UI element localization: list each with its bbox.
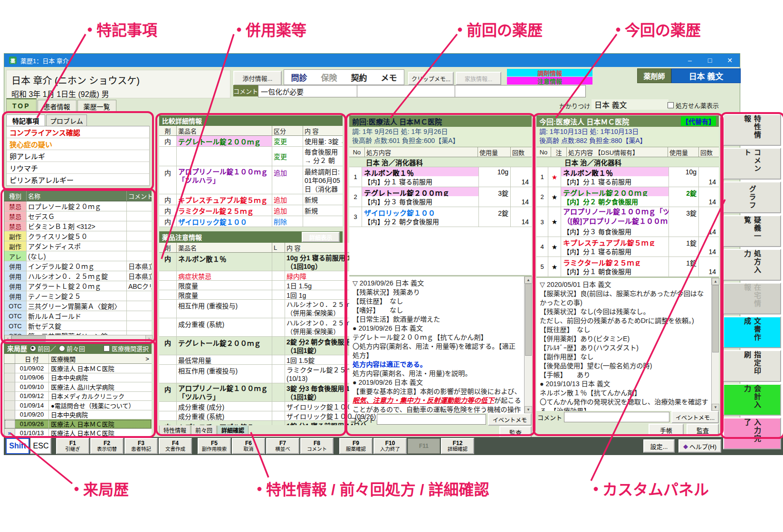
radio-prev2[interactable]: 前々回 (59, 344, 85, 353)
tab-tokusei[interactable]: 特性情報 (159, 426, 191, 435)
visit-row[interactable]: 01/09/02医療法人 日本ＭＣ医院 (4, 364, 152, 373)
sidebar-print-button[interactable]: 指定印刷 (723, 350, 781, 382)
scroll-thumb[interactable] (712, 285, 719, 352)
sidebar-graph-button[interactable]: グラフ (723, 181, 781, 213)
star-icon[interactable]: ★ (548, 187, 561, 207)
star-icon[interactable]: ★ (548, 237, 561, 256)
vertical-scrollbar[interactable]: ▲▼ (711, 278, 719, 411)
keiyaku-toggle[interactable]: 契約 (351, 71, 367, 83)
f8-key[interactable]: F8コメント (300, 438, 334, 454)
sidebar-comment-button[interactable]: コメント (723, 148, 781, 180)
visit-row[interactable]: 01/09/10医療法人 品川大学病院 (4, 382, 152, 392)
vertical-scrollbar[interactable]: ▲▼ (524, 276, 532, 413)
audit-button[interactable]: 監査 (687, 424, 719, 436)
caution-sub-row[interactable]: 最低常用量1回 1.5錠 (159, 355, 377, 365)
tab-special-notes[interactable]: 特記事項 (6, 114, 45, 126)
clip-memo-button[interactable]: クリップメモ... (408, 72, 454, 85)
sidebar-complete-button[interactable]: 入力完了 (723, 418, 781, 449)
visit-row[interactable]: 01/09/12日本メディカルクリニック (4, 392, 152, 401)
caution-sub-row[interactable]: 相互作用 (重複投与)ラミクタール錠２５ｍｇ (10/13) (159, 365, 377, 383)
scroll-left-icon[interactable]: ‹ (5, 335, 11, 342)
special-note-item[interactable]: 卵アレルギ (7, 150, 149, 162)
conco-row[interactable]: 併用アダラートＬ錠２０ｍｇABCクリニック ( (4, 281, 152, 291)
star-icon[interactable]: ★ (548, 207, 561, 237)
caution-sub-row[interactable]: 限度量1回 1g (159, 290, 377, 300)
conco-row[interactable]: 禁忌ビタミンＢ１剤 <312> (4, 221, 152, 231)
maximize-button[interactable]: □ (700, 57, 720, 64)
rx-row[interactable]: 3ザイロリック錠１００【内】分２ 朝夕食後服用2錠14 (349, 207, 532, 227)
hoken-toggle[interactable]: 保険 (321, 71, 337, 83)
caution-sub-row[interactable]: 成分重複 (成分)ザイロリック錠１００ (09/26) (159, 402, 377, 411)
scroll-thumb[interactable] (11, 335, 46, 342)
visit-row-selected[interactable]: 01/09/26医療法人 日本ＭＣ医院 (4, 419, 152, 429)
rx-row[interactable]: 2テグレトール錠２００ｍｇ【内】分３ 毎食後服用3錠14 (349, 187, 532, 207)
monshin-toggle[interactable]: 問診 (291, 71, 307, 83)
compare-row[interactable]: 変更用法: 分３ 毎食後服用 → 分２ 朝夕食後服用 (159, 147, 343, 166)
caution-sub-row[interactable]: 病症状禁忌緑内障 (159, 271, 377, 281)
scroll-up-icon[interactable]: ▲ (525, 276, 532, 284)
scroll-up-icon[interactable]: ▲ (712, 278, 719, 285)
rx-row[interactable]: 5★ラミクタール錠２５ｍｇ【内】分１ 朝食後服用1錠14 (536, 257, 719, 277)
tab-yakureki-list[interactable]: 薬歴一覧 (77, 100, 116, 112)
conco-row[interactable]: 禁忌ロプレソール錠２０ｍｇ (4, 201, 152, 211)
conco-row[interactable]: 併用ハルシオン０．２５ｍｇ錠日本県立病院 (4, 271, 152, 281)
f12-key[interactable]: F12詳細確認 (441, 438, 474, 454)
radio-prev[interactable]: 前回／ (30, 344, 56, 353)
sidebar-bunsho-button[interactable]: 文書作成 (723, 316, 781, 348)
comment-input-2[interactable] (357, 85, 458, 97)
special-note-item[interactable]: ピリン系アレルギー (7, 174, 149, 186)
sidebar-kaikei-button[interactable]: 会計入力 (723, 384, 781, 416)
tab-zenzenkai[interactable]: 前々回 (191, 426, 217, 435)
f3-key[interactable]: F3患者特記 (124, 438, 158, 454)
attach-info-button[interactable]: 添付情報... (233, 71, 282, 86)
special-note-item[interactable]: リウマチ (7, 162, 149, 174)
f10-key[interactable]: F10入力終了 (373, 438, 407, 454)
org-select-checkbox[interactable]: 医療機関選択 (104, 344, 149, 353)
visit-row[interactable]: 01/09/06日本中央病院 (4, 373, 152, 383)
caution-sub-row[interactable]: 成分重複 (系統)ハルシオン０．２５ｍｇ錠（併用薬:保険薬） (159, 318, 377, 337)
compare-row[interactable]: 内ラミクタール錠２５ｍｇ追加新規 (159, 205, 343, 216)
compare-row[interactable]: 内アロプリノール錠１００ｍｇ「ツルハラ」追加最終調剤日: 01年06月05日（消… (159, 166, 343, 194)
scroll-down-icon[interactable]: ▼ (712, 404, 719, 411)
pharmacist-name-button[interactable]: 日本 義文 (671, 68, 741, 83)
prev-comment-input[interactable] (377, 414, 486, 425)
caution-drug-row[interactable]: 内テグレトール錠２００ｍｇ2錠 分2 朝夕食後服用 14日分 （1回1錠） (159, 337, 377, 355)
caution-sub-row[interactable]: 限度量1日 1.5g (159, 281, 377, 290)
conco-row[interactable]: 副作クライスリン錠５０ (4, 231, 152, 241)
close-button[interactable]: ✕ (720, 57, 740, 64)
sidebar-gigi-button[interactable]: 疑義一覧 (723, 215, 781, 247)
f7-key[interactable]: F7横並べ (266, 438, 299, 454)
rx-row[interactable]: 1★ネルボン散１％【内】分１ 寝る前服用10g14 (536, 167, 719, 187)
visit-row[interactable]: 01/09/14●電話問合せ（残薬について） (4, 401, 152, 410)
dispense-info-bar[interactable]: 調剤情報 (507, 69, 592, 76)
conco-row[interactable]: 禁忌セデスＧ (4, 211, 152, 221)
sidebar-tokusei-button[interactable]: 特性情報 (723, 114, 781, 146)
compare-row[interactable]: 内キプレスチュアブル錠５ｍｇ追加新規 (159, 194, 343, 205)
f5-key[interactable]: F5副作用検索 (198, 438, 231, 454)
f6-key[interactable]: F6取消 (232, 438, 265, 454)
sidebar-shohou-button[interactable]: 処方入力 (723, 249, 781, 281)
minimize-button[interactable]: – (680, 57, 700, 64)
tab-top[interactable]: TOP (6, 98, 37, 112)
f2-key[interactable]: F2表示切替 (90, 438, 124, 454)
caution-drug-row[interactable]: 内アロプリノール錠１００ｍｇ「ツルハラ」3錠 分3 毎食後服用 14日分 （1回… (159, 383, 377, 402)
conco-row[interactable]: 併用テノーミン錠２５ (4, 291, 152, 301)
help-button[interactable]: ◆ヘルプ(H) (678, 439, 721, 453)
esc-key[interactable]: ESC (30, 438, 51, 454)
tab-problem[interactable]: プロブレム (46, 114, 87, 126)
rx-row[interactable]: 3★アロプリノール錠１００ｍｇ「ツルハラ」（[般]アロプリノール錠１００ｍｇ）【… (536, 207, 719, 237)
horizontal-scrollbar[interactable]: ‹ › (4, 335, 153, 342)
techo-button[interactable]: 手帳 (649, 424, 684, 436)
f1-key[interactable]: F1引継ぎ (56, 438, 89, 454)
caution-sub-row[interactable]: 相互作用 (重複投与)ハルシオン０．２５ｍｇ錠（併用薬:保険薬） (159, 300, 377, 318)
settings-button[interactable]: 設定... (643, 439, 675, 453)
caution-drug-row[interactable]: 内キプレスチュアブル錠５ｍｇ1錠 分1 寝る前服用 14日分 （1回1錠） (159, 421, 377, 425)
comment-input-3[interactable] (455, 85, 586, 97)
tab-shousai-kakunin[interactable]: 詳細確認 (217, 426, 248, 435)
event-memo-button[interactable]: イベントメモ... (671, 411, 719, 423)
rx-display-checkbox[interactable]: 処方せん薬表示 (668, 101, 719, 110)
caution-sub-row[interactable]: 成分重複 (系統)ザイロリック錠１００ (09/26) (159, 411, 377, 421)
curr-note-area[interactable]: ▽ 2020/05/01 日本 義文 【服薬状況】良(前回は、服薬忘れがあったが… (536, 277, 719, 411)
special-note-item[interactable]: 狭心症の疑い (7, 138, 149, 150)
f9-key[interactable]: F9服薬確認 (339, 438, 372, 454)
